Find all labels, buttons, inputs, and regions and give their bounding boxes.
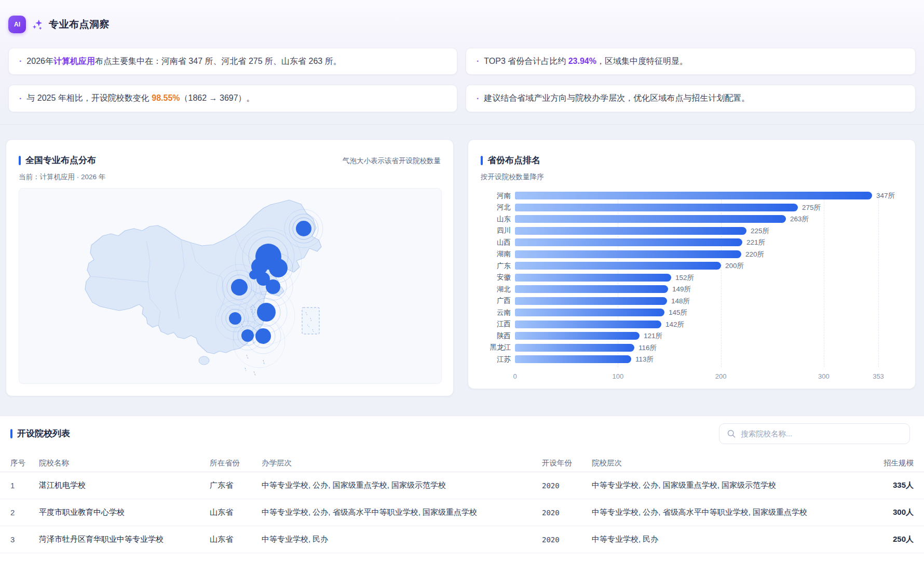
bar-category-label: 云南 [481, 308, 511, 317]
axis-tick-label: 100 [612, 372, 623, 380]
bar-fill [515, 262, 721, 270]
insight-card-suggestion: · 建议结合省域产业方向与院校办学层次，优化区域布点与招生计划配置。 [466, 85, 916, 112]
cell-name: 湛江机电学校 [39, 480, 210, 490]
axis-tick-label: 300 [818, 372, 830, 380]
cell-level: 中等专业学校, 公办, 国家级重点学校, 国家级示范学校 [262, 480, 542, 490]
bar-category-label: 陕西 [481, 331, 511, 341]
bar-row[interactable]: 湖南220所 [481, 250, 904, 258]
bar-row[interactable]: 安徽152所 [481, 274, 904, 282]
bar-row[interactable]: 江苏113所 [481, 355, 904, 363]
school-search-box[interactable] [719, 423, 910, 444]
bar-row[interactable]: 江西142所 [481, 320, 904, 328]
map-bubble [269, 259, 288, 277]
bar-fill [515, 227, 746, 235]
cell-scale: 335人 [855, 480, 914, 490]
bar-row[interactable]: 广西148所 [481, 297, 904, 305]
sparkles-icon [32, 19, 43, 30]
map-card-title: 全国专业布点分布 [25, 154, 96, 166]
table-row: 1 湛江机电学校 广东省 中等专业学校, 公办, 国家级重点学校, 国家级示范学… [0, 472, 924, 499]
insight-card-top3: · TOP3 省份合计占比约 23.94%，区域集中度特征明显。 [466, 48, 916, 75]
title-accent-bar [10, 429, 12, 438]
bar-value-label: 220所 [745, 250, 764, 258]
bar-category-label: 江苏 [481, 355, 511, 364]
china-map-canvas[interactable] [19, 188, 442, 384]
cell-tier: 中等专业学校, 民办 [592, 535, 855, 544]
bar-category-label: 广东 [481, 261, 511, 271]
axis-tick-label: 200 [715, 372, 727, 380]
bar-row[interactable]: 河南347所 [481, 192, 904, 199]
axis-tick-label: 0 [513, 372, 517, 380]
bar-row[interactable]: 陕西121所 [481, 332, 904, 340]
bar-row[interactable]: 山西221所 [481, 238, 904, 246]
hainan-island [199, 356, 209, 365]
insight-text: 与 2025 年相比，开设院校数变化 98.55%（1862 → 3697）。 [26, 93, 254, 104]
cell-tier: 中等专业学校, 公办, 省级高水平中等职业学校, 国家级重点学校 [592, 507, 855, 517]
bar-fill [515, 274, 671, 282]
bar-value-label: 347所 [876, 192, 895, 199]
map-bubble [257, 303, 276, 322]
bar-row[interactable]: 湖北149所 [481, 285, 904, 293]
bullet: · [477, 57, 479, 66]
bar-category-label: 山西 [481, 238, 511, 247]
map-bubble [266, 279, 280, 294]
cell-year: 2020 [542, 482, 592, 490]
map-bubble [255, 328, 271, 344]
chart-bars: 河南347所河北275所山东263所四川225所山西221所湖南220所广东20… [481, 192, 904, 363]
table-row: 3 菏泽市牡丹区育华职业中等专业学校 山东省 中等专业学校, 民办 2020 中… [0, 526, 924, 553]
highlight-percent: 23.94% [568, 57, 596, 65]
china-map [19, 189, 442, 384]
cell-year: 2020 [542, 536, 592, 544]
col-header-year: 开设年份 [542, 458, 592, 468]
china-mainland [85, 200, 321, 354]
bar-value-label: 116所 [638, 344, 657, 352]
cell-province: 广东省 [210, 480, 262, 490]
bar-row[interactable]: 云南145所 [481, 309, 904, 316]
bar-category-label: 湖南 [481, 249, 511, 259]
search-input[interactable] [741, 430, 902, 438]
cell-year: 2020 [542, 509, 592, 517]
table-header: 序号 院校名称 所在省份 办学层次 开设年份 院校层次 招生规模 [0, 455, 924, 472]
ai-header: AI 专业布点洞察 [8, 16, 110, 33]
insight-card-distribution: · 2026年计算机应用布点主要集中在：河南省 347 所、河北省 275 所、… [8, 48, 457, 75]
bar-value-label: 145所 [669, 309, 687, 316]
bar-value-label: 121所 [644, 332, 662, 340]
bar-category-label: 山东 [481, 215, 511, 224]
bar-value-label: 152所 [675, 274, 694, 282]
bar-value-label: 148所 [671, 297, 690, 305]
ai-badge: AI [8, 16, 26, 33]
cell-level: 中等专业学校, 民办 [262, 535, 542, 544]
map-current-filter: 当前：计算机应用 · 2026 年 [19, 172, 105, 182]
cell-name: 菏泽市牡丹区育华职业中等专业学校 [39, 535, 210, 544]
bar-fill [515, 344, 634, 352]
ranking-card: 省份布点排名 按开设院校数量降序 河南347所河北275所山东263所四川225… [468, 139, 916, 389]
bar-row[interactable]: 黑龙江116所 [481, 344, 904, 352]
bullet: · [477, 94, 479, 103]
highlight-major: 计算机应用 [53, 57, 95, 65]
bar-row[interactable]: 四川225所 [481, 227, 904, 235]
map-bubble [229, 312, 241, 325]
bar-category-label: 河北 [481, 203, 511, 212]
ranking-subtitle: 按开设院校数量降序 [481, 172, 544, 182]
cell-scale: 250人 [855, 535, 914, 544]
bar-value-label: 275所 [802, 204, 821, 211]
cell-no: 2 [10, 508, 39, 517]
insight-text: 建议结合省域产业方向与院校办学层次，优化区域布点与招生计划配置。 [484, 93, 750, 104]
title-accent-bar [19, 156, 21, 165]
bar-category-label: 江西 [481, 319, 511, 329]
cell-province: 山东省 [210, 507, 262, 517]
bar-row[interactable]: 河北275所 [481, 204, 904, 211]
bar-row[interactable]: 山东263所 [481, 215, 904, 223]
bar-row[interactable]: 广东200所 [481, 262, 904, 270]
table-row: 2 平度市职业教育中心学校 山东省 中等专业学校, 公办, 省级高水平中等职业学… [0, 499, 924, 526]
map-bubble [296, 221, 311, 236]
south-sea-inset [302, 308, 319, 334]
bar-value-label: 225所 [751, 227, 769, 235]
insight-text: TOP3 省份合计占比约 23.94%，区域集中度特征明显。 [484, 56, 688, 67]
chart-x-axis: 0100200300353 [515, 372, 878, 381]
cell-tier: 中等专业学校, 公办, 国家级重点学校, 国家级示范学校 [592, 480, 855, 490]
province-bar-chart[interactable]: 河南347所河北275所山东263所四川225所山西221所湖南220所广东20… [481, 192, 904, 379]
cell-scale: 300人 [855, 507, 914, 517]
bar-fill [515, 355, 631, 363]
bar-fill [515, 320, 661, 328]
bar-fill [515, 215, 786, 223]
